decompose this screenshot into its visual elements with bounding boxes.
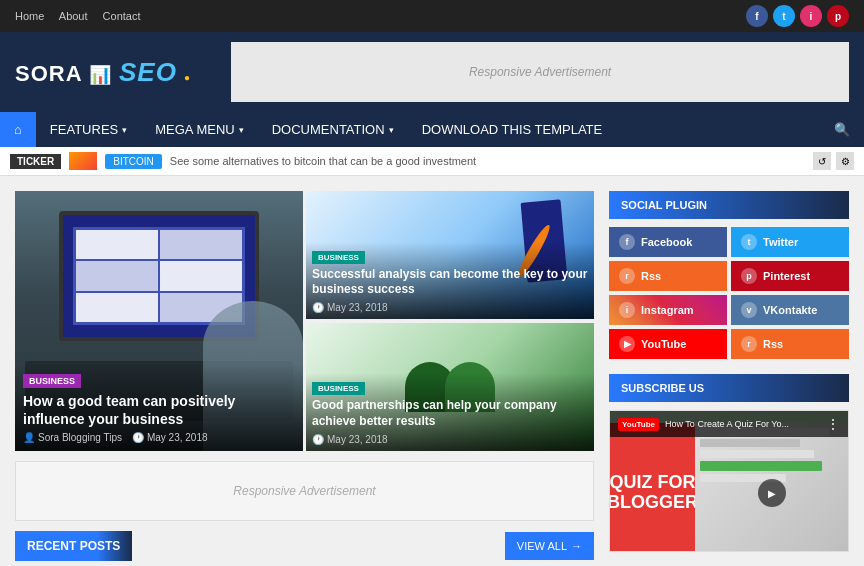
article-small-1[interactable]: BUSINESS Successful analysis can become … [306,191,594,319]
nav-documentation[interactable]: DOCUMENTATION ▾ [258,112,408,147]
article-large[interactable]: BUSINESS How a good team can positively … [15,191,303,451]
vkontakte-btn[interactable]: v VKontakte [731,295,849,325]
nav-features[interactable]: FEATURES ▾ [36,112,141,147]
yt-platform-badge: YouTube [618,418,659,431]
pinterest-label: Pinterest [763,270,810,282]
rss1-icon: r [619,268,635,284]
subscribe-box: YouTube How To Create A Quiz For Yo... ⋮… [609,410,849,552]
article-large-title: How a good team can positively influence… [23,392,295,428]
ad-text: Responsive Advertisement [469,65,611,79]
ticker-text: See some alternatives to bitcoin that ca… [170,155,476,167]
article-small-1-meta: 🕐 May 23, 2018 [312,302,588,313]
header-ad-banner: Responsive Advertisement [231,42,849,102]
home-nav-icon: ⌂ [14,122,22,137]
about-link[interactable]: About [59,10,88,22]
nav-features-label: FEATURES [50,122,118,137]
recent-posts-section: RECENT POSTS VIEW ALL → [15,531,594,561]
instagram-icon: i [619,302,635,318]
twitter-label: Twitter [763,236,798,248]
nav-mega-menu[interactable]: MEGA MENU ▾ [141,112,257,147]
home-link[interactable]: Home [15,10,44,22]
ticker-prev-btn[interactable]: ↺ [813,152,831,170]
nav-features-arrow: ▾ [122,125,127,135]
main-content: BUSINESS How a good team can positively … [0,176,864,566]
vk-label: VKontakte [763,304,817,316]
article-small-1-date: 🕐 May 23, 2018 [312,302,388,313]
ticker-label: TICKER [10,154,61,169]
site-logo[interactable]: SORA 📊 SEO ● [15,57,191,88]
instagram-top-icon[interactable]: i [800,5,822,27]
article-small-1-title: Successful analysis can become the key t… [312,267,588,298]
article-small-2-overlay: BUSINESS Good partnerships can help your… [306,373,594,450]
nav-docs-label: DOCUMENTATION [272,122,385,137]
social-buttons-grid: f Facebook t Twitter r Rss p Pinterest i [609,227,849,359]
ticker-image [69,152,97,170]
social-plugin-title: SOCIAL PLUGIN [609,191,849,219]
twitter-btn[interactable]: t Twitter [731,227,849,257]
logo-sora: SORA [15,61,89,86]
ticker-next-btn[interactable]: ⚙ [836,152,854,170]
rss2-label: Rss [763,338,783,350]
logo-seo: SEO [119,57,177,87]
nav-mega-arrow: ▾ [239,125,244,135]
content-ad-text: Responsive Advertisement [233,484,375,498]
social-plugin-section: SOCIAL PLUGIN f Facebook t Twitter r Rss… [609,191,849,359]
article-small-2-meta: 🕐 May 23, 2018 [312,434,588,445]
top-nav-links: Home About Contact [15,10,153,22]
subscribe-section: SUBSCRIBE US YouTube How To Create A Qui… [609,374,849,552]
top-bar: Home About Contact f t i p [0,0,864,32]
clock-icon: 🕐 [132,432,144,443]
video-title-overlay: How To Create A Quiz For Yo... [665,419,820,429]
rss2-icon: r [741,336,757,352]
view-all-button[interactable]: VIEW ALL → [505,532,594,560]
clock-icon-s1: 🕐 [312,302,324,313]
pinterest-top-icon[interactable]: p [827,5,849,27]
nav-search-btn[interactable]: 🔍 [820,112,864,147]
article-small-2-title: Good partnerships can help your company … [312,398,588,429]
twitter-top-icon[interactable]: t [773,5,795,27]
pinterest-icon: p [741,268,757,284]
article-large-category: BUSINESS [23,374,81,388]
ticker-bar: TICKER BITCOIN See some alternatives to … [0,147,864,176]
recent-posts-title: RECENT POSTS [15,531,132,561]
arrow-right-icon: → [571,540,582,552]
rss1-btn[interactable]: r Rss [609,261,727,291]
video-play-button[interactable]: ▶ [758,479,786,507]
rss2-btn[interactable]: r Rss [731,329,849,359]
article-large-meta: 👤 Sora Blogging Tips 🕐 May 23, 2018 [23,432,295,443]
facebook-btn[interactable]: f Facebook [609,227,727,257]
top-social-icons: f t i p [746,5,849,27]
logo-bar: 📊 [89,65,112,85]
person-icon: 👤 [23,432,35,443]
article-small-1-category: BUSINESS [312,251,365,264]
youtube-btn[interactable]: ▶ YouTube [609,329,727,359]
article-large-overlay: BUSINESS How a good team can positively … [15,364,303,451]
main-nav: ⌂ FEATURES ▾ MEGA MENU ▾ DOCUMENTATION ▾… [0,112,864,147]
bitcoin-badge[interactable]: BITCOIN [105,154,162,169]
article-small-1-overlay: BUSINESS Successful analysis can become … [306,242,594,319]
pinterest-btn[interactable]: p Pinterest [731,261,849,291]
nav-download[interactable]: DOWNLOAD THIS TEMPLATE [408,112,617,147]
youtube-icon: ▶ [619,336,635,352]
twitter-icon: t [741,234,757,250]
ticker-controls: ↺ ⚙ [813,152,854,170]
facebook-top-icon[interactable]: f [746,5,768,27]
article-small-2[interactable]: BUSINESS Good partnerships can help your… [306,323,594,451]
article-small-2-category: BUSINESS [312,382,365,395]
nav-download-label: DOWNLOAD THIS TEMPLATE [422,122,603,137]
sidebar: SOCIAL PLUGIN f Facebook t Twitter r Rss… [609,191,849,566]
article-small-2-date: 🕐 May 23, 2018 [312,434,388,445]
view-all-label: VIEW ALL [517,540,567,552]
rss1-label: Rss [641,270,661,282]
content-ad-banner: Responsive Advertisement [15,461,594,521]
video-thumbnail[interactable]: YouTube How To Create A Quiz For Yo... ⋮… [610,411,848,551]
nav-mega-label: MEGA MENU [155,122,234,137]
article-large-author: 👤 Sora Blogging Tips [23,432,122,443]
facebook-icon: f [619,234,635,250]
video-options-btn[interactable]: ⋮ [826,416,840,432]
instagram-btn[interactable]: i Instagram [609,295,727,325]
content-area: BUSINESS How a good team can positively … [15,191,594,566]
nav-home[interactable]: ⌂ [0,112,36,147]
contact-link[interactable]: Contact [103,10,141,22]
facebook-label: Facebook [641,236,692,248]
